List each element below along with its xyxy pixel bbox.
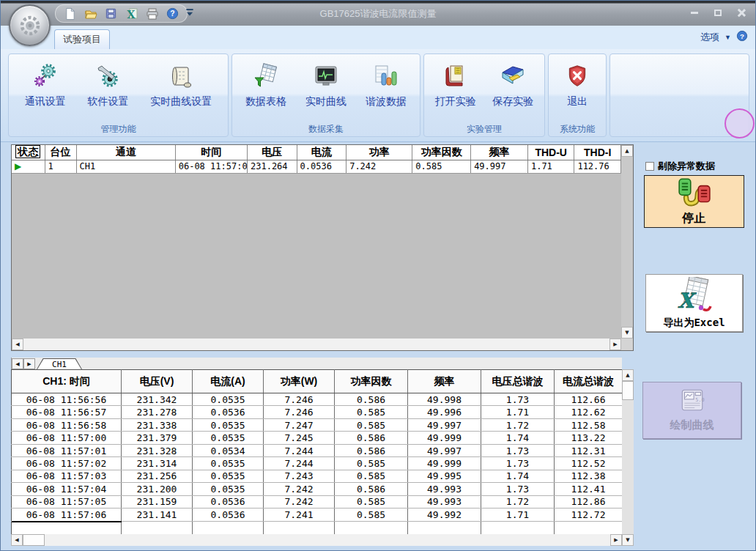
tab-scroll-left-icon[interactable]: ◀ — [12, 358, 23, 369]
table-cell[interactable]: 231.314 — [122, 457, 193, 470]
table-row[interactable]: 06-08 11:57:01231.3280.05347.2440.58649.… — [12, 444, 623, 456]
application-orb-button[interactable] — [9, 4, 51, 46]
scroll-right-icon[interactable]: ▶ — [609, 339, 621, 350]
table-cell[interactable]: 7.247 — [264, 418, 335, 431]
excel-icon[interactable]: X — [125, 7, 138, 21]
table-cell[interactable]: 49.996 — [408, 406, 481, 418]
scrollbar-thumb[interactable] — [23, 534, 45, 546]
table-cell[interactable]: 0.0536 — [297, 160, 346, 173]
export-excel-button[interactable]: X 导出为Excel — [645, 274, 743, 332]
table-cell[interactable]: 112.72 — [555, 509, 623, 521]
table-cell[interactable]: 49.998 — [408, 393, 481, 406]
scroll-down-icon[interactable]: ▼ — [621, 327, 633, 339]
horizontal-scrollbar[interactable]: ◀ ▶ — [11, 534, 622, 546]
scroll-up-icon[interactable]: ▲ — [621, 145, 633, 157]
table-cell[interactable]: 0.586 — [335, 432, 408, 444]
column-header[interactable]: 频率 — [471, 145, 528, 160]
status-cell[interactable]: ▶ — [12, 160, 45, 173]
new-document-icon[interactable] — [63, 7, 77, 21]
tab-scroll-right-icon[interactable]: ▶ — [23, 358, 35, 369]
maximize-icon[interactable] — [711, 7, 724, 18]
table-cell[interactable]: 112.38 — [555, 470, 623, 482]
table-cell[interactable]: 06-08 11:57:02 — [12, 457, 122, 470]
table-cell[interactable]: 1.72 — [481, 418, 555, 431]
table-cell[interactable]: 7.244 — [264, 444, 335, 456]
table-cell[interactable]: 0.0535 — [193, 457, 264, 470]
print-icon[interactable] — [145, 7, 159, 21]
table-cell[interactable]: 06-08 11:56:57 — [12, 406, 122, 418]
table-cell[interactable]: 231.159 — [122, 495, 193, 508]
table-row[interactable]: 06-08 11:57:05231.1590.05367.2420.58549.… — [12, 495, 623, 508]
column-header[interactable]: 台位 — [45, 145, 76, 160]
data-table-button[interactable]: 数据表格 — [240, 57, 292, 122]
table-cell[interactable]: 231.278 — [122, 406, 193, 418]
table-cell[interactable]: 112.66 — [555, 393, 623, 406]
table-cell[interactable]: 231.379 — [122, 432, 193, 444]
table-cell[interactable]: 0.586 — [335, 393, 408, 406]
table-cell[interactable]: 0.0535 — [193, 393, 264, 406]
column-header[interactable]: 功率 — [346, 145, 412, 160]
scrollbar-thumb[interactable] — [622, 381, 634, 400]
table-cell[interactable]: 0.585 — [335, 509, 408, 521]
table-cell[interactable]: 1.72 — [481, 495, 555, 508]
table-cell[interactable]: CH1 — [76, 160, 175, 173]
scroll-left-icon[interactable]: ◀ — [11, 534, 23, 546]
column-header[interactable]: 电流总谐波 — [555, 370, 623, 393]
column-header[interactable]: 功率因数 — [335, 370, 408, 393]
table-cell[interactable]: 0.585 — [335, 495, 408, 508]
help-icon[interactable]: ? — [736, 30, 748, 45]
table-cell[interactable]: 231.342 — [122, 393, 193, 406]
table-cell[interactable]: 7.243 — [264, 470, 335, 482]
table-cell[interactable]: 49.992 — [408, 509, 481, 521]
table-cell[interactable]: 06-08 11:57:04 — [12, 483, 122, 495]
column-header[interactable]: 电压总谐波 — [481, 370, 555, 393]
help-icon[interactable]: ? — [166, 7, 179, 21]
chevron-down-icon[interactable]: ▼ — [724, 34, 731, 41]
software-settings-button[interactable]: 软件设置 — [82, 57, 135, 122]
horizontal-scrollbar[interactable]: ◀ ▶ — [12, 339, 621, 350]
table-cell[interactable]: 112.62 — [555, 406, 623, 418]
table-cell[interactable]: 0.585 — [335, 470, 408, 482]
table-cell[interactable]: 49.997 — [408, 418, 481, 431]
column-header[interactable]: 功率(W) — [264, 370, 335, 393]
scroll-up-icon[interactable]: ▲ — [622, 369, 634, 381]
close-icon[interactable] — [735, 7, 748, 18]
table-cell[interactable]: 49.993 — [408, 495, 481, 508]
table-cell[interactable]: 1.74 — [481, 470, 555, 482]
table-cell[interactable]: 231.256 — [122, 470, 193, 482]
table-cell[interactable]: 49.993 — [408, 483, 481, 495]
table-cell[interactable]: 06-08 11:56:56 — [12, 393, 122, 406]
table-cell[interactable]: 0.0536 — [193, 495, 264, 508]
table-cell[interactable]: 1 — [45, 160, 76, 173]
minimize-icon[interactable] — [688, 7, 701, 18]
toolbar-overflow-icon[interactable] — [185, 8, 194, 18]
table-cell[interactable]: 1.73 — [481, 483, 555, 495]
table-cell[interactable]: 112.86 — [555, 495, 623, 508]
column-header[interactable]: 电流 — [297, 145, 346, 160]
plot-curve-button[interactable]: 5.0 绘制曲线 — [642, 382, 741, 439]
table-cell[interactable]: 0.585 — [335, 406, 408, 418]
table-cell[interactable]: 0.0535 — [193, 418, 264, 431]
table-cell[interactable]: 0.0536 — [193, 406, 264, 418]
table-cell[interactable]: 0.585 — [335, 457, 408, 470]
table-cell[interactable]: 7.241 — [264, 509, 335, 521]
table-cell[interactable]: 0.586 — [335, 444, 408, 456]
open-experiment-button[interactable]: 打开实验 — [429, 57, 482, 122]
table-cell[interactable]: 231.338 — [122, 418, 193, 431]
table-cell[interactable]: 49.995 — [408, 470, 481, 482]
table-cell[interactable]: 7.244 — [264, 457, 335, 470]
column-header[interactable]: 功率因数 — [412, 145, 471, 160]
tab-test-project[interactable]: 试验项目 — [54, 29, 110, 49]
table-cell[interactable]: 112.76 — [574, 160, 621, 173]
table-cell[interactable]: 7.242 — [264, 495, 335, 508]
options-menu[interactable]: 选项 — [700, 31, 719, 44]
table-cell[interactable]: 112.31 — [555, 444, 623, 456]
table-cell[interactable]: 231.264 — [248, 160, 297, 173]
vertical-scrollbar[interactable]: ▲ ▼ — [622, 369, 634, 546]
table-cell[interactable]: 0.0535 — [193, 470, 264, 482]
table-cell[interactable]: 06-08 11:57:08 — [175, 160, 247, 173]
table-row[interactable]: 06-08 11:57:02231.3140.05357.2440.58549.… — [12, 457, 623, 470]
column-header[interactable]: 通道 — [76, 145, 175, 160]
table-cell[interactable]: 06-08 11:57:05 — [12, 495, 122, 508]
column-header[interactable]: 电压 — [248, 145, 297, 160]
